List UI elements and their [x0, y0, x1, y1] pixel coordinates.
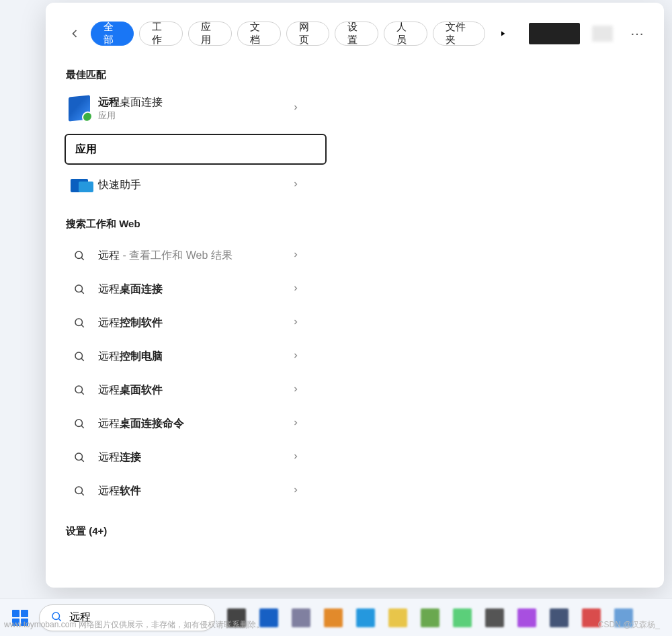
app-result[interactable]: 快速助手 — [65, 170, 313, 200]
web-result-label: 远程控制软件 — [98, 316, 163, 330]
web-result-label: 远程连接 — [98, 450, 141, 465]
web-result-label: 远程 - 查看工作和 Web 结果 — [98, 249, 233, 263]
best-match-subtitle: 应用 — [98, 110, 163, 122]
tab-6[interactable]: 人员 — [384, 22, 427, 46]
section-apps-header[interactable]: 应用 — [65, 134, 327, 165]
svg-point-6 — [75, 453, 83, 461]
taskbar-app-4[interactable] — [356, 608, 375, 627]
search-icon — [69, 312, 90, 333]
chevron-right-icon — [292, 385, 300, 395]
search-icon — [69, 278, 90, 300]
chevron-right-icon — [292, 352, 300, 362]
web-result[interactable]: 远程控制软件 — [65, 306, 313, 340]
blurred-item — [592, 26, 613, 42]
chevron-right-icon — [292, 486, 300, 496]
web-result[interactable]: 远程桌面连接命令 — [65, 407, 313, 440]
taskbar-app-9[interactable] — [517, 608, 536, 627]
tab-2[interactable]: 应用 — [188, 22, 232, 46]
web-results-list: 远程 - 查看工作和 Web 结果 远程桌面连接 远程控制软件 远程控制电脑 — [65, 239, 313, 508]
svg-point-3 — [75, 352, 83, 360]
chevron-right-icon — [292, 452, 300, 463]
watermark-right: CSDN @汉森杨_ — [598, 619, 660, 631]
tab-4[interactable]: 网页 — [286, 22, 330, 46]
taskbar-app-5[interactable] — [388, 608, 407, 627]
section-web-title: 搜索工作和 Web — [66, 218, 313, 231]
web-result[interactable]: 远程连接 — [65, 440, 313, 474]
taskbar-apps — [227, 608, 633, 627]
web-result-label: 远程桌面连接 — [98, 282, 163, 296]
svg-point-0 — [75, 251, 83, 259]
quick-assist-icon — [69, 175, 90, 196]
web-result-label: 远程桌面软件 — [98, 383, 163, 397]
taskbar-app-7[interactable] — [453, 608, 472, 627]
tab-1[interactable]: 工作 — [139, 22, 183, 46]
search-icon — [69, 379, 90, 401]
account-badge[interactable] — [529, 23, 580, 44]
best-match-result[interactable]: 远程桌面连接 应用 — [65, 89, 313, 127]
section-settings-title: 设置 (4+) — [66, 525, 313, 538]
search-icon — [69, 480, 90, 502]
taskbar-app-2[interactable] — [292, 608, 310, 627]
chevron-right-icon — [292, 251, 300, 261]
svg-point-8 — [52, 612, 60, 620]
web-result[interactable]: 远程控制电脑 — [65, 340, 313, 373]
taskbar-app-10[interactable] — [550, 608, 569, 627]
rdp-icon — [69, 97, 90, 119]
best-match-title: 远程桌面连接 — [98, 95, 163, 110]
svg-point-1 — [75, 285, 83, 292]
svg-point-7 — [75, 487, 83, 494]
web-result-label: 远程控制电脑 — [98, 350, 163, 364]
web-result[interactable]: 远程 - 查看工作和 Web 结果 — [65, 239, 313, 272]
search-panel: 全部工作应用文档网页设置人员文件夹 ⋯ 最佳匹配 远程桌面连接 应用 应用 — [46, 3, 664, 588]
tab-3[interactable]: 文档 — [237, 22, 281, 46]
web-result-label: 远程桌面连接命令 — [98, 417, 184, 431]
more-menu-icon[interactable]: ⋯ — [630, 26, 645, 42]
svg-point-4 — [75, 386, 83, 393]
web-result[interactable]: 远程软件 — [65, 474, 313, 508]
search-icon — [69, 346, 90, 367]
tab-5[interactable]: 设置 — [335, 22, 378, 46]
taskbar-app-8[interactable] — [485, 608, 504, 627]
taskbar-app-3[interactable] — [324, 608, 343, 627]
svg-point-5 — [75, 420, 83, 427]
watermark-left: www.toymoban.com 网络图片仅供展示，非存储，如有侵权请联系删除。 — [4, 619, 264, 631]
results-column: 最佳匹配 远程桌面连接 应用 应用 快速助手 搜索工作和 Web — [65, 69, 313, 538]
tabs-container: 全部工作应用文档网页设置人员文件夹 — [91, 22, 486, 46]
search-icon — [69, 245, 90, 266]
section-best-match-title: 最佳匹配 — [66, 69, 313, 81]
chevron-right-icon — [292, 180, 300, 190]
chevron-right-icon — [292, 318, 300, 328]
web-result[interactable]: 远程桌面连接 — [65, 272, 313, 306]
taskbar-app-6[interactable] — [421, 608, 439, 627]
back-button[interactable] — [65, 23, 85, 44]
tabs-overflow-icon[interactable] — [495, 26, 510, 42]
chevron-right-icon — [292, 104, 300, 114]
search-icon — [69, 413, 90, 434]
tab-0[interactable]: 全部 — [91, 22, 134, 46]
chevron-right-icon — [292, 284, 300, 294]
chevron-right-icon — [292, 419, 300, 429]
app-results-list: 快速助手 — [65, 170, 313, 200]
web-result-label: 远程软件 — [98, 484, 141, 498]
tab-7[interactable]: 文件夹 — [433, 22, 485, 46]
svg-point-2 — [75, 319, 83, 326]
search-icon — [69, 446, 90, 468]
web-result[interactable]: 远程桌面软件 — [65, 373, 313, 407]
app-result-label: 快速助手 — [98, 178, 141, 192]
search-tabs-row: 全部工作应用文档网页设置人员文件夹 ⋯ — [65, 16, 645, 51]
